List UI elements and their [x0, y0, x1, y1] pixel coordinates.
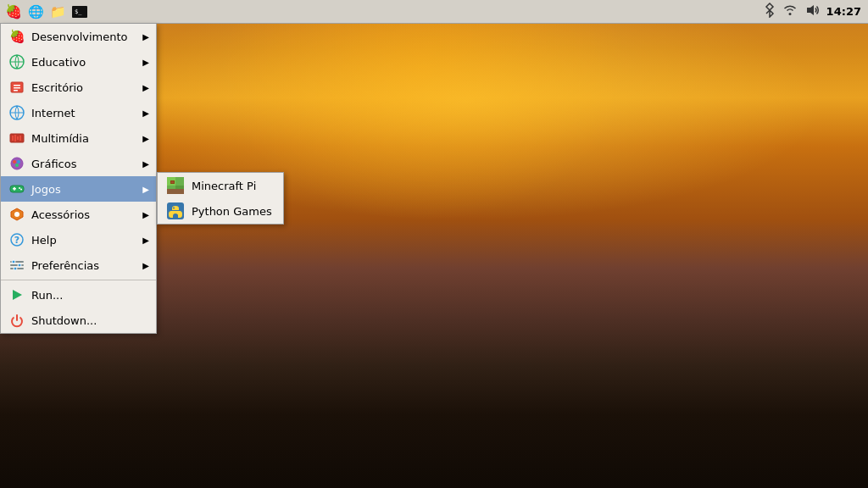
svg-rect-7 [14, 90, 18, 92]
svg-point-24 [14, 212, 19, 217]
taskbar-right: 14:27 [757, 3, 868, 20]
preferencias-icon [8, 256, 26, 274]
svg-rect-6 [14, 87, 20, 89]
educativo-label: Educativo [31, 56, 139, 69]
jogos-icon [8, 180, 26, 198]
bluetooth-tray-icon[interactable] [764, 3, 776, 20]
menu-item-run[interactable]: Run... [1, 282, 156, 308]
jogos-label: Jogos [31, 183, 139, 196]
svg-point-18 [15, 164, 19, 167]
menu-divider [1, 280, 156, 280]
preferencias-label: Preferências [31, 259, 139, 272]
desenvolvimento-icon: 🍓 [8, 27, 26, 46]
menu-item-desenvolvimento[interactable]: 🍓 Desenvolvimento ▶ [1, 24, 156, 49]
svg-point-22 [19, 187, 20, 189]
jogos-submenu: Minecraft Pi Python Games [157, 172, 284, 225]
jogos-arrow: ▶ [142, 185, 149, 194]
menu-container: 🍓 Desenvolvimento ▶ Educativo ▶ [0, 24, 157, 334]
menu-item-graficos[interactable]: Gráficos ▶ [1, 151, 156, 176]
python-games-icon [166, 202, 185, 220]
svg-point-41 [173, 208, 175, 209]
graficos-arrow: ▶ [142, 159, 149, 169]
svg-rect-13 [17, 136, 19, 140]
multimidia-arrow: ▶ [142, 134, 149, 143]
taskbar-terminal-button[interactable]: $_ [70, 2, 90, 22]
internet-icon [8, 103, 26, 122]
menu-item-help[interactable]: ? Help ▶ [1, 227, 156, 252]
multimidia-label: Multimídia [31, 132, 139, 145]
run-icon [8, 286, 26, 304]
svg-rect-38 [171, 181, 174, 183]
menu-item-acessorios[interactable]: Acessórios ▶ [1, 202, 156, 227]
run-label: Run... [31, 289, 149, 302]
submenu-item-minecraft[interactable]: Minecraft Pi [158, 173, 283, 198]
minecraft-label: Minecraft Pi [192, 180, 275, 192]
svg-point-32 [14, 267, 17, 270]
help-arrow: ▶ [142, 236, 149, 245]
internet-arrow: ▶ [142, 108, 149, 118]
menu-item-shutdown[interactable]: Shutdown... [1, 308, 156, 333]
wifi-tray-icon[interactable] [782, 4, 798, 19]
desktop: 🍓 🌐 📁 $_ [0, 0, 868, 488]
shutdown-label: Shutdown... [31, 314, 149, 327]
taskbar-raspberry-button[interactable]: 🍓 [3, 2, 24, 22]
svg-rect-11 [12, 136, 14, 141]
acessorios-label: Acessórios [31, 208, 139, 221]
menu-item-internet[interactable]: Internet ▶ [1, 100, 156, 125]
desenvolvimento-label: Desenvolvimento [31, 30, 139, 43]
svg-marker-1 [807, 5, 814, 15]
multimidia-icon [8, 129, 26, 147]
svg-text:?: ? [14, 235, 19, 246]
volume-tray-icon[interactable] [804, 3, 820, 19]
educativo-icon [8, 53, 26, 71]
preferencias-arrow: ▶ [142, 261, 149, 270]
taskbar-left: 🍓 🌐 📁 $_ [0, 2, 93, 22]
system-clock: 14:27 [826, 5, 861, 18]
submenu-item-python-games[interactable]: Python Games [158, 198, 283, 224]
graficos-label: Gráficos [31, 158, 139, 170]
internet-label: Internet [31, 107, 139, 119]
svg-point-23 [20, 189, 22, 191]
minecraft-icon [166, 176, 185, 195]
svg-rect-5 [14, 85, 20, 86]
educativo-arrow: ▶ [142, 58, 149, 67]
menu-item-escritorio[interactable]: Escritório ▶ [1, 75, 156, 100]
svg-point-16 [13, 160, 16, 164]
help-icon: ? [8, 230, 26, 249]
taskbar: 🍓 🌐 📁 $_ [0, 0, 868, 24]
shutdown-icon [8, 311, 26, 330]
taskbar-browser-button[interactable]: 🌐 [25, 2, 46, 22]
taskbar-files-button[interactable]: 📁 [47, 2, 68, 22]
svg-point-17 [17, 160, 20, 164]
graficos-icon [8, 154, 26, 173]
svg-point-31 [18, 263, 21, 267]
menu-item-multimidia[interactable]: Multimídia ▶ [1, 125, 156, 151]
main-menu: 🍓 Desenvolvimento ▶ Educativo ▶ [0, 24, 157, 334]
svg-rect-39 [167, 189, 184, 194]
svg-rect-21 [14, 187, 15, 191]
menu-item-preferencias[interactable]: Preferências ▶ [1, 252, 156, 278]
svg-rect-14 [19, 136, 21, 141]
escritorio-arrow: ▶ [142, 83, 149, 92]
svg-rect-12 [14, 135, 16, 141]
help-label: Help [31, 234, 139, 247]
escritorio-label: Escritório [31, 81, 139, 94]
python-games-label: Python Games [192, 205, 275, 218]
svg-point-42 [176, 215, 178, 217]
acessorios-arrow: ▶ [142, 210, 149, 219]
svg-marker-33 [13, 290, 22, 300]
menu-item-educativo[interactable]: Educativo ▶ [1, 49, 156, 75]
svg-point-30 [12, 260, 15, 263]
escritorio-icon [8, 78, 26, 97]
desenvolvimento-arrow: ▶ [142, 32, 149, 42]
acessorios-icon [8, 205, 26, 224]
svg-rect-28 [10, 264, 24, 266]
menu-item-jogos[interactable]: Jogos ▶ [1, 176, 156, 202]
